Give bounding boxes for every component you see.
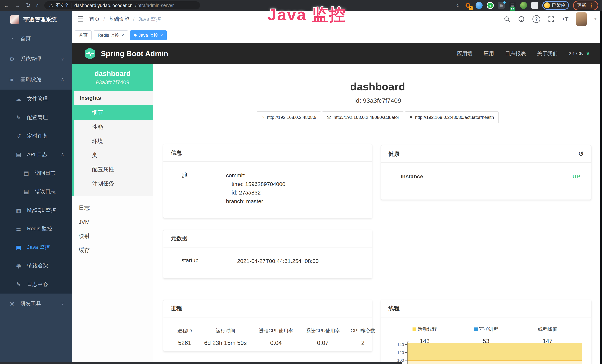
back-icon[interactable]: ← (4, 3, 9, 8)
history-icon[interactable]: ↺ (578, 150, 584, 158)
info-key: git (182, 171, 226, 206)
menu-item-metrics[interactable]: 性能 (74, 120, 153, 134)
menu-item-details[interactable]: 细节 (72, 105, 153, 120)
menu-item-config-props[interactable]: 配置属性 (74, 162, 153, 176)
sidebar-item-tracing[interactable]: ◉ 链路追踪 (0, 257, 72, 275)
sba-main: dashboard Id: 93a3fc7f7409 ⌂ http://192.… (153, 64, 602, 364)
extensions-puzzle-icon[interactable] (531, 2, 538, 9)
sba-nav-wallboard[interactable]: 应用墙 (457, 50, 473, 57)
menu-item-caches[interactable]: 缓存 (72, 243, 153, 257)
extension-grid-icon[interactable]: ▦ (498, 2, 505, 9)
fullscreen-icon[interactable] (548, 16, 554, 22)
status-badge: UP (572, 173, 580, 180)
extension-badge: 1 (469, 6, 473, 11)
layers-icon: ☰ (15, 225, 22, 232)
extension-refresh-icon[interactable]: 1 (464, 2, 472, 9)
process-card-title: 进程 (163, 300, 372, 317)
user-avatar[interactable] (576, 12, 587, 26)
actuator-url-link[interactable]: ⚒ http://192.168.0.2:48080/actuator (322, 111, 404, 123)
sidebar-item-access-log[interactable]: ▤ 访问日志 (0, 164, 72, 182)
sidebar-item-api-log[interactable]: ▤ API 日志 ∧ (0, 145, 72, 164)
menu-item-scheduled-tasks[interactable]: 计划任务 (74, 176, 153, 191)
extension-y-icon[interactable]: y (487, 2, 494, 9)
bookmark-star-icon[interactable]: ☆ (455, 3, 460, 8)
sidebar-item-system[interactable]: ⚙ 系统管理 ∨ (0, 49, 72, 69)
sidebar-item-mysql-monitor[interactable]: ▦ MySQL 监控 (0, 201, 72, 219)
breadcrumb-infra[interactable]: 基础设施 (109, 16, 129, 23)
process-cpu: 0.04 (252, 340, 300, 346)
sidebar-item-label: Redis 监控 (27, 225, 52, 232)
close-icon[interactable]: × (160, 33, 163, 38)
sidebar-item-label: 配置管理 (27, 114, 48, 121)
breadcrumb: 首页 / 基础设施 / Java 监控 (89, 16, 161, 23)
database-icon: ▦ (15, 207, 22, 214)
health-instance-row[interactable]: Instance UP (381, 163, 591, 180)
monitor-icon: ▣ (15, 244, 22, 250)
extension-pin-icon[interactable] (475, 2, 483, 9)
sidebar-item-home[interactable]: ◔ 首页 (0, 28, 72, 49)
sidebar-item-infra[interactable]: ▣ 基础设施 ∧ (0, 69, 72, 90)
app-sidebar: 芋道管理系统 ◔ 首页 ⚙ 系统管理 ∨ ▣ 基础设施 ∧ ☁ 文件管理 ✎ 配… (0, 11, 72, 364)
hamburger-icon[interactable]: ☰ (77, 15, 84, 23)
menu-item-jvm[interactable]: JVM (72, 215, 153, 229)
instance-header[interactable]: dashboard 93a3fc7f7409 (72, 64, 153, 91)
sba-brand-title[interactable]: Spring Boot Admin (101, 50, 168, 58)
sidebar-item-label: 错误日志 (35, 188, 56, 195)
sidebar-item-label: 系统管理 (20, 55, 41, 63)
legend-daemon-threads: 守护进程 (455, 326, 517, 332)
help-icon[interactable]: ? (532, 15, 540, 23)
breadcrumb-home[interactable]: 首页 (89, 16, 100, 23)
reload-icon[interactable]: ↻ (26, 3, 31, 8)
forward-icon[interactable]: → (15, 3, 20, 8)
sidebar-item-scheduled-jobs[interactable]: ↺ 定时任务 (0, 127, 72, 145)
not-secure-label[interactable]: 不安全 (56, 2, 69, 8)
font-size-icon[interactable]: TT (562, 16, 569, 23)
service-url: http://192.168.0.2:48080/ (267, 115, 316, 120)
menu-item-classes[interactable]: 类 (74, 148, 153, 162)
menu-item-logs[interactable]: 日志 (72, 201, 153, 215)
address-bar[interactable]: ⚠ 不安全 dashboard.yudao.iocoder.cn/infra/a… (44, 1, 200, 10)
instance-name: dashboard (95, 70, 130, 78)
tab-home[interactable]: 首页 (75, 30, 92, 40)
y-tick-120: 120 (397, 350, 404, 355)
row-divider (174, 272, 364, 272)
chevron-down-icon: ∨ (61, 56, 64, 62)
browser-home-icon[interactable]: ⌂ (36, 3, 40, 8)
row-divider (174, 212, 364, 212)
history-icon: ↺ (15, 133, 22, 139)
sidebar-item-dev-tools[interactable]: ⚒ 研发工具 ∨ (0, 294, 72, 314)
search-icon[interactable] (504, 16, 510, 22)
paused-profile-chip[interactable]: 已暂停 (542, 1, 569, 10)
service-url-link[interactable]: ⌂ http://192.168.0.2:48080/ (257, 111, 321, 123)
kebab-menu-icon[interactable]: ⋮ (589, 2, 594, 9)
profile-emoji-icon (544, 2, 550, 8)
menu-item-environment[interactable]: 环境 (74, 134, 153, 148)
git-time-line: time: 1596289704000 (226, 180, 285, 189)
chrome-update-button[interactable]: 更新 ⋮ (573, 0, 598, 11)
tab-label: Java 监控 (139, 32, 158, 38)
health-url-link[interactable]: ♥ http://192.168.0.2:48080/actuator/heal… (405, 111, 499, 123)
sidebar-item-redis-monitor[interactable]: ☰ Redis 监控 (0, 219, 72, 238)
sidebar-item-file-manage[interactable]: ☁ 文件管理 (0, 90, 72, 108)
sidebar-item-java-monitor[interactable]: ▣ Java 监控 (0, 238, 72, 257)
close-icon[interactable]: × (121, 33, 124, 38)
sidebar-item-error-log[interactable]: ▤ 错误日志 (0, 182, 72, 201)
legend-live-threads: 活动线程 (394, 326, 455, 332)
tab-java-monitor[interactable]: Java 监控 × (130, 30, 167, 40)
threads-chart: 140 120 100 (390, 342, 583, 364)
tab-redis-monitor[interactable]: Redis 监控 × (94, 30, 128, 40)
avatar-caret-icon[interactable]: ▾ (594, 17, 596, 21)
extension-list-icon[interactable]: ☰ on (509, 2, 516, 9)
github-icon[interactable] (518, 16, 525, 22)
sba-nav-applications[interactable]: 应用 (484, 50, 494, 57)
sba-nav-about[interactable]: 关于我们 (537, 50, 558, 57)
sidebar-item-config-manage[interactable]: ✎ 配置管理 (0, 108, 72, 127)
app-logo[interactable]: 芋道管理系统 (0, 11, 72, 28)
sba-nav-journal[interactable]: 日志报表 (505, 50, 526, 57)
address-divider (72, 3, 72, 8)
extension-leaf-icon[interactable] (520, 2, 527, 9)
sidebar-item-log-center[interactable]: ✎ 日志中心 (0, 275, 72, 294)
app-title: 芋道管理系统 (23, 16, 57, 23)
sba-locale-select[interactable]: zh-CN ∨ (569, 51, 590, 57)
menu-item-mappings[interactable]: 映射 (72, 229, 153, 243)
